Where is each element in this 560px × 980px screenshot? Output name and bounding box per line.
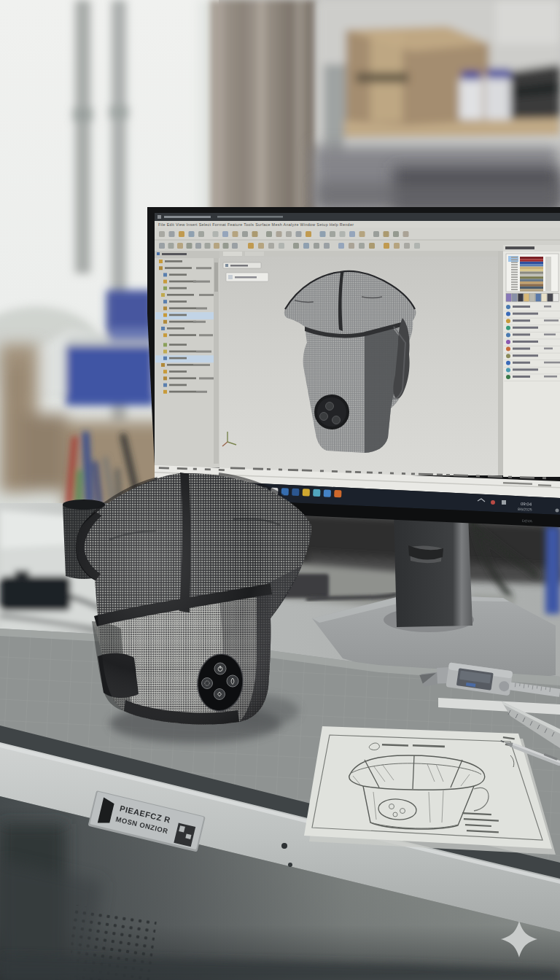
svg-text:09:04: 09:04 <box>521 502 532 507</box>
svg-text:File Edit View Insert Select F: File Edit View Insert Select Format Feat… <box>158 222 354 227</box>
svg-text:DOVA: DOVA <box>522 518 533 524</box>
svg-text:8/6/2025: 8/6/2025 <box>518 507 532 512</box>
